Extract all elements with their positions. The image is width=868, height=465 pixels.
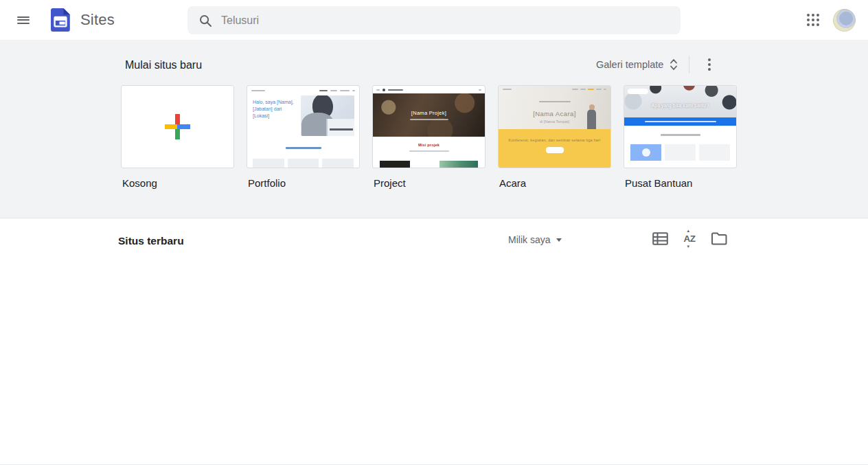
mini-site-hero-photo: [Nama Projek]	[373, 93, 485, 137]
hamburger-icon	[17, 14, 30, 25]
caret-down-icon	[556, 238, 562, 242]
list-view-button[interactable]	[650, 228, 670, 249]
list-view-icon	[652, 232, 668, 245]
new-site-section: Mulai situs baru Galeri template Kosong	[0, 40, 868, 218]
google-apps-button[interactable]	[802, 9, 824, 31]
template-thumbnail-portfolio[interactable]: Halo, saya [Nama], [Jabatan] dari [Lokas…	[247, 85, 360, 168]
google-plus-icon	[165, 114, 190, 139]
mini-site-placeholders	[247, 159, 359, 168]
mini-site-photo	[301, 95, 354, 136]
recent-sites-title: Situs terbaru	[118, 235, 184, 247]
mini-site-search-bar	[624, 117, 736, 126]
app-title: Sites	[80, 11, 115, 29]
template-label: Project	[374, 177, 486, 189]
top-app-bar: Sites	[0, 0, 868, 40]
more-options-button[interactable]	[699, 54, 720, 75]
template-thumbnail-kosong[interactable]	[121, 85, 234, 168]
mini-site-button	[546, 147, 564, 153]
mini-site-subheading: Misi projek	[373, 143, 485, 147]
account-avatar[interactable]	[833, 9, 856, 32]
template-card-portfolio: Halo, saya [Nama], [Jabatan] dari [Lokas…	[247, 85, 360, 189]
template-label: Kosong	[122, 177, 234, 189]
owner-filter-label: Milik saya	[508, 234, 550, 245]
apps-grid-icon	[807, 14, 819, 26]
template-card-kosong: Kosong	[121, 85, 234, 189]
sort-az-icon: AZ	[684, 234, 696, 244]
template-gallery-button[interactable]: Galeri template	[593, 56, 681, 73]
new-site-title: Mulai situs baru	[125, 59, 202, 71]
mini-site-link	[247, 141, 359, 154]
mini-site-headline: Apa yang bisa kami bantu?	[624, 103, 736, 108]
search-input[interactable]	[221, 14, 670, 27]
template-label: Acara	[499, 177, 611, 189]
search-icon	[198, 14, 212, 27]
mini-site-banner: Konferensi, kegiatan, dan seminar selama…	[499, 129, 610, 168]
sites-logo-icon	[48, 7, 73, 33]
gallery-controls: Galeri template	[593, 54, 720, 75]
template-card-pusat-bantuan: Apa yang bisa kami bantu? Pu	[624, 85, 737, 189]
template-cards-row: Kosong Halo, saya [Nama], [Jabatan] dari…	[121, 85, 737, 189]
template-thumbnail-acara[interactable]: [Nama Acara] di [Nama Tempat] Konferensi…	[498, 85, 611, 168]
template-label: Portfolio	[248, 177, 360, 189]
mini-site-navbar	[373, 86, 485, 93]
search-box[interactable]	[187, 6, 681, 34]
mini-site-placeholders	[373, 161, 485, 168]
template-thumbnail-project[interactable]: [Nama Projek] Misi projek	[372, 85, 486, 168]
unfold-more-icon	[670, 58, 678, 71]
mini-site-placeholders	[624, 144, 736, 161]
template-card-acara: [Nama Acara] di [Nama Tempat] Konferensi…	[498, 85, 611, 189]
google-sites-home: Sites Mulai situs baru Galeri template	[0, 0, 868, 465]
owner-filter-dropdown[interactable]: Milik saya	[507, 233, 563, 247]
mini-site-headline: [Nama Projek]	[411, 110, 446, 116]
mini-site-hero-photo: [Nama Acara] di [Nama Tempat]	[499, 86, 610, 129]
vertical-divider	[689, 56, 689, 73]
mini-site-headline: Halo, saya [Nama], [Jabatan] dari [Lokas…	[253, 95, 295, 136]
folders-button[interactable]	[709, 228, 729, 249]
main-menu-button[interactable]	[11, 8, 36, 32]
template-label: Pusat Bantuan	[625, 177, 737, 189]
template-card-project: [Nama Projek] Misi projek Project	[372, 85, 486, 189]
template-thumbnail-pusat-bantuan[interactable]: Apa yang bisa kami bantu?	[624, 85, 737, 168]
app-logo-title[interactable]: Sites	[48, 7, 115, 33]
kebab-icon	[708, 56, 711, 73]
folder-icon	[711, 232, 727, 245]
mini-site-navbar	[247, 86, 359, 95]
mini-site-hero-photo: Apa yang bisa kami bantu?	[624, 86, 736, 117]
mini-site-body-text: Konferensi, kegiatan, dan seminar selama…	[504, 138, 605, 142]
recent-sites-toolbar: AZ	[650, 228, 729, 249]
template-gallery-label: Galeri template	[596, 59, 663, 70]
sort-alphabetical-button[interactable]: AZ	[679, 228, 700, 249]
